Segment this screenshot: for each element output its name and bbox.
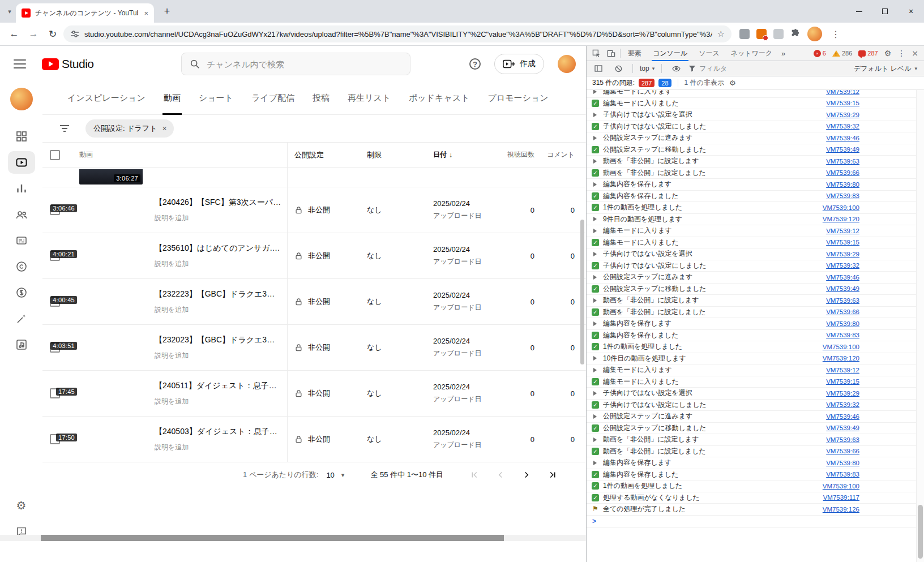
- console-message[interactable]: 公開設定ステップに進みます VM7539:46: [587, 132, 916, 144]
- console-message[interactable]: 公開設定ステップに移動しました VM7539:49: [587, 423, 916, 435]
- console-filter-input[interactable]: [699, 65, 829, 72]
- video-row[interactable]: 4:00:21 【235610】はじめてのアンサガ...ロ... 説明を追加 非…: [42, 233, 586, 279]
- warning-count-badge[interactable]: 286: [832, 50, 852, 57]
- console-message[interactable]: 公開設定ステップに進みます VM7539:46: [587, 411, 916, 423]
- video-row[interactable]: 4:00:45 【232223】【GBC】ドラクエ3カジュ... 説明を追加 非…: [42, 279, 586, 325]
- log-icon[interactable]: [592, 285, 599, 293]
- visibility-value[interactable]: 非公開: [308, 251, 330, 261]
- console-message[interactable]: 1件の動画を処理しました VM7539:100: [587, 341, 916, 353]
- console-message[interactable]: 編集モードに入ります VM7539:12: [587, 225, 916, 237]
- new-tab-button[interactable]: +: [160, 6, 174, 18]
- console-message[interactable]: 1件の動画を処理しました VM7539:100: [587, 202, 916, 214]
- rows-per-page-select[interactable]: 10 ▾: [326, 471, 344, 479]
- source-link[interactable]: VM7539:12: [826, 228, 859, 234]
- log-icon[interactable]: [592, 273, 599, 281]
- log-icon[interactable]: [592, 297, 599, 304]
- header-date[interactable]: 日付 ↓: [433, 150, 506, 160]
- log-icon[interactable]: [592, 100, 599, 107]
- console-message[interactable]: 編集モードに入ります VM7539:12: [587, 364, 916, 376]
- console-message[interactable]: 1件の動画を処理しました VM7539:100: [587, 481, 916, 492]
- issues-settings-icon[interactable]: ⚙: [729, 79, 736, 87]
- console-message[interactable]: 編集モードに入ります VM7539:12: [587, 90, 916, 98]
- source-link[interactable]: VM7539:83: [826, 332, 859, 338]
- source-link[interactable]: VM7539:29: [826, 390, 859, 397]
- console-message[interactable]: 子供向けではない設定を選択 VM7539:29: [587, 388, 916, 400]
- omnibox[interactable]: ☆: [63, 25, 732, 42]
- header-restrictions[interactable]: 制限: [366, 150, 433, 160]
- log-level-selector[interactable]: デフォルト レベル ▾: [854, 64, 919, 74]
- extension-icon-3[interactable]: [773, 29, 784, 39]
- log-icon[interactable]: [592, 227, 599, 234]
- log-icon[interactable]: [592, 216, 599, 223]
- extension-icon-2[interactable]: [756, 29, 767, 39]
- source-link[interactable]: VM7539:29: [826, 111, 859, 118]
- console-message[interactable]: 編集モードに入りました VM7539:15: [587, 98, 916, 110]
- tab-close-icon[interactable]: ×: [143, 9, 149, 18]
- source-link[interactable]: VM7539:46: [826, 135, 859, 141]
- back-button[interactable]: ←: [6, 25, 23, 42]
- live-expression-eye-icon[interactable]: [669, 62, 683, 75]
- source-link[interactable]: VM7539:126: [823, 506, 859, 513]
- bookmark-star-icon[interactable]: ☆: [717, 29, 725, 39]
- video-title[interactable]: 【240426】【SFC】第3次スーパーロ...: [155, 198, 287, 208]
- console-message[interactable]: 動画を「非公開」に設定します VM7539:63: [587, 156, 916, 168]
- source-link[interactable]: VM7539:100: [823, 204, 859, 211]
- source-link[interactable]: VM7539:15: [826, 239, 859, 246]
- browser-profile-avatar[interactable]: [807, 27, 822, 41]
- log-icon[interactable]: [592, 192, 599, 200]
- log-icon[interactable]: [592, 505, 599, 513]
- video-title[interactable]: 【235610】はじめてのアンサガ...ロ...: [155, 243, 287, 254]
- sidebar-item-dashboard[interactable]: [8, 125, 35, 148]
- console-message[interactable]: 編集内容を保存します VM7539:80: [587, 457, 916, 469]
- devtools-menu-icon[interactable]: ⋮: [897, 49, 905, 58]
- log-icon[interactable]: [592, 262, 599, 269]
- horizontal-scrollbar[interactable]: [0, 535, 586, 541]
- sidebar-item-subtitles[interactable]: [8, 229, 35, 252]
- devtools-tab[interactable]: 要素: [622, 46, 647, 61]
- source-link[interactable]: VM7539:46: [826, 413, 859, 420]
- devtools-tab[interactable]: コンソール: [647, 46, 693, 61]
- video-description-add[interactable]: 説明を追加: [155, 305, 287, 315]
- sidebar-item-audio-library[interactable]: [8, 333, 35, 356]
- log-icon[interactable]: [592, 459, 599, 466]
- more-tabs-icon[interactable]: »: [778, 49, 789, 58]
- visibility-value[interactable]: 非公開: [308, 388, 330, 398]
- header-comments[interactable]: コメント: [534, 150, 586, 160]
- source-link[interactable]: VM7539:63: [826, 436, 859, 443]
- log-icon[interactable]: [592, 448, 599, 455]
- url-input[interactable]: [84, 30, 712, 38]
- visibility-value[interactable]: 非公開: [308, 297, 330, 307]
- log-icon[interactable]: [592, 389, 599, 397]
- source-link[interactable]: VM7539:66: [826, 448, 859, 454]
- source-link[interactable]: VM7539:117: [823, 494, 859, 501]
- log-icon[interactable]: [592, 157, 599, 165]
- log-icon[interactable]: [592, 436, 599, 443]
- sidebar-item-community[interactable]: [8, 203, 35, 226]
- console-scrollbar-thumb[interactable]: [918, 505, 923, 559]
- video-row[interactable]: 17:50 【240503】ダイジェスト：息子と遊... 説明を追加 非公開 な…: [42, 417, 586, 462]
- next-page-button[interactable]: [521, 470, 532, 480]
- source-link[interactable]: VM7539:32: [826, 123, 859, 130]
- browser-tab[interactable]: チャンネルのコンテンツ - YouTube S ×: [16, 3, 154, 23]
- source-link[interactable]: VM7539:63: [826, 297, 859, 304]
- hamburger-menu-icon[interactable]: [14, 59, 26, 68]
- source-link[interactable]: VM7539:120: [823, 216, 859, 222]
- log-icon[interactable]: [592, 320, 599, 327]
- channel-avatar[interactable]: [10, 88, 33, 110]
- console-message[interactable]: 編集内容を保存します VM7539:80: [587, 318, 916, 330]
- log-icon[interactable]: [592, 401, 599, 409]
- console-message[interactable]: 公開設定ステップに移動しました VM7539:49: [587, 144, 916, 156]
- console-message[interactable]: 公開設定ステップに移動しました VM7539:49: [587, 284, 916, 295]
- video-title[interactable]: 【240503】ダイジェスト：息子と遊...: [155, 427, 287, 437]
- studio-vertical-scrollbar-thumb[interactable]: [580, 220, 584, 364]
- console-message[interactable]: 動画を「非公開」に設定しました VM7539:66: [587, 168, 916, 179]
- source-link[interactable]: VM7539:120: [823, 355, 859, 362]
- console-message[interactable]: 動画を「非公開」に設定しました VM7539:66: [587, 446, 916, 458]
- last-page-button[interactable]: [547, 470, 558, 480]
- log-icon[interactable]: [592, 494, 599, 501]
- log-icon[interactable]: [592, 355, 599, 362]
- devtools-tab[interactable]: ソース: [693, 46, 725, 61]
- log-icon[interactable]: [592, 146, 599, 153]
- console-message[interactable]: 子供向けではない設定にしました VM7539:32: [587, 260, 916, 272]
- log-icon[interactable]: [592, 90, 599, 95]
